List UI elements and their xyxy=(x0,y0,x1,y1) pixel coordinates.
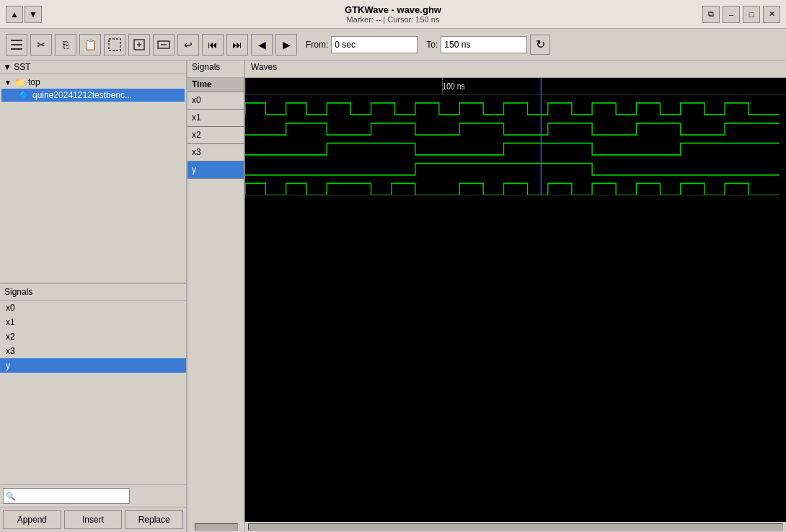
paste-btn[interactable]: 📋 xyxy=(79,34,101,56)
signals-list-section: Signals x0 x1 x2 x3 y xyxy=(0,284,186,484)
select-all-btn[interactable] xyxy=(104,34,125,56)
signal-item-x2[interactable]: x2 xyxy=(0,329,186,344)
svg-rect-2 xyxy=(11,48,22,50)
sst-tree-item-child[interactable]: 🔷 quine20241212testbenc... xyxy=(1,89,185,102)
scroll-up-btn[interactable]: ▲ xyxy=(6,6,23,23)
zoom-fit-btn[interactable] xyxy=(128,34,150,56)
sig-name-x3[interactable]: x3 xyxy=(187,144,244,161)
right-panel: Signals Waves Time x0 x1 x2 x3 y 100 ns xyxy=(187,61,786,532)
scroll-arrows[interactable]: ▲ ▼ xyxy=(6,6,42,23)
signals-panel-header: Signals xyxy=(0,284,186,301)
action-buttons: Append Insert Replace xyxy=(0,507,186,532)
signal-item-x0[interactable]: x0 xyxy=(0,301,186,315)
signal-item-y[interactable]: y xyxy=(0,358,186,373)
toolbar: ✂ ⎘ 📋 ↩ ⏮ ⏭ ◀ ▶ From: To: ↻ xyxy=(0,29,786,61)
folder-icon: 📁 xyxy=(14,77,25,87)
waves-canvas[interactable]: 100 ns xyxy=(245,78,786,522)
sst-tree-item-top[interactable]: ▼ 📁 top xyxy=(1,76,185,89)
to-label: To: xyxy=(426,40,438,50)
svg-rect-1 xyxy=(11,44,22,45)
replace-button[interactable]: Replace xyxy=(125,510,183,529)
right-scrollbar[interactable] xyxy=(248,523,783,531)
window-title: GTKWave - wave.ghw xyxy=(345,4,441,15)
waves-waves-label: Waves xyxy=(245,61,283,77)
left-panel: ▼ SST ▼ 📁 top 🔷 quine20241212testbenc...… xyxy=(0,61,187,532)
signal-list: x0 x1 x2 x3 y xyxy=(0,301,186,373)
signal-item-x3[interactable]: x3 xyxy=(0,344,186,358)
search-input-wrap: 🔍 xyxy=(3,488,183,504)
from-label: From: xyxy=(306,40,328,50)
minimize-btn[interactable]: – xyxy=(723,6,740,23)
sst-top-label: top xyxy=(28,77,40,87)
waves-header: Signals Waves xyxy=(187,61,786,78)
to-input[interactable] xyxy=(441,36,527,53)
undo-btn[interactable]: ↩ xyxy=(177,34,199,56)
sst-tree: ▼ 📁 top 🔷 quine20241212testbenc... xyxy=(0,74,186,103)
search-icon: 🔍 xyxy=(6,492,16,501)
svg-text:100 ns: 100 ns xyxy=(443,81,465,91)
svg-rect-14 xyxy=(245,195,786,522)
signal-waves-area: Time x0 x1 x2 x3 y 100 ns xyxy=(187,78,786,522)
sst-child-label: quine20241212testbenc... xyxy=(32,90,132,100)
sig-name-x1[interactable]: x1 xyxy=(187,110,244,127)
refresh-btn[interactable]: ↻ xyxy=(530,35,550,55)
sig-name-x0[interactable]: x0 xyxy=(187,92,244,110)
svg-rect-3 xyxy=(109,39,120,50)
titlebar: ▲ ▼ GTKWave - wave.ghw Marker: -- | Curs… xyxy=(0,0,786,29)
module-icon: 🔷 xyxy=(19,90,30,100)
main-area: ▼ SST ▼ 📁 top 🔷 quine20241212testbenc...… xyxy=(0,61,786,532)
from-input[interactable] xyxy=(331,36,418,53)
hamburger-menu-btn[interactable] xyxy=(6,34,27,56)
scroll-down-btn[interactable]: ▼ xyxy=(25,6,42,23)
time-header: Time xyxy=(187,78,244,92)
waves-svg: 100 ns xyxy=(245,78,786,522)
cut-btn[interactable]: ✂ xyxy=(30,34,52,56)
go-end-btn[interactable]: ⏭ xyxy=(226,34,248,56)
sst-label: SST xyxy=(14,62,30,72)
window-subtitle: Marker: -- | Cursor: 150 ns xyxy=(345,15,441,24)
sig-name-x2[interactable]: x2 xyxy=(187,127,244,144)
maximize-btn[interactable]: ⧉ xyxy=(702,6,720,23)
step-back-btn[interactable]: ◀ xyxy=(251,34,273,56)
bottom-scrollbar-area xyxy=(187,522,786,532)
close-btn[interactable]: ✕ xyxy=(763,6,780,23)
svg-rect-0 xyxy=(11,40,22,41)
left-scrollbar[interactable] xyxy=(195,523,238,531)
search-bar: 🔍 xyxy=(0,484,186,507)
window-title-area: GTKWave - wave.ghw Marker: -- | Cursor: … xyxy=(345,4,441,24)
go-start-btn[interactable]: ⏮ xyxy=(202,34,224,56)
sst-header: ▼ SST xyxy=(0,61,186,74)
window-controls: ⧉ – □ ✕ xyxy=(702,6,780,23)
chevron-down-icon: ▼ xyxy=(4,79,12,87)
copy-btn[interactable]: ⎘ xyxy=(55,34,76,56)
step-fwd-btn[interactable]: ▶ xyxy=(275,34,297,56)
signal-item-x1[interactable]: x1 xyxy=(0,315,186,329)
signal-names-col: Time x0 x1 x2 x3 y xyxy=(187,78,245,522)
restore-btn[interactable]: □ xyxy=(743,6,760,23)
insert-button[interactable]: Insert xyxy=(64,510,123,529)
sig-name-y[interactable]: y xyxy=(187,161,244,179)
sst-section: ▼ SST ▼ 📁 top 🔷 quine20241212testbenc... xyxy=(0,61,186,284)
sst-collapse-icon[interactable]: ▼ xyxy=(3,62,12,72)
append-button[interactable]: Append xyxy=(3,510,61,529)
search-input[interactable] xyxy=(3,488,130,504)
zoom-range-btn[interactable] xyxy=(153,34,175,56)
waves-signals-label: Signals xyxy=(187,61,245,77)
